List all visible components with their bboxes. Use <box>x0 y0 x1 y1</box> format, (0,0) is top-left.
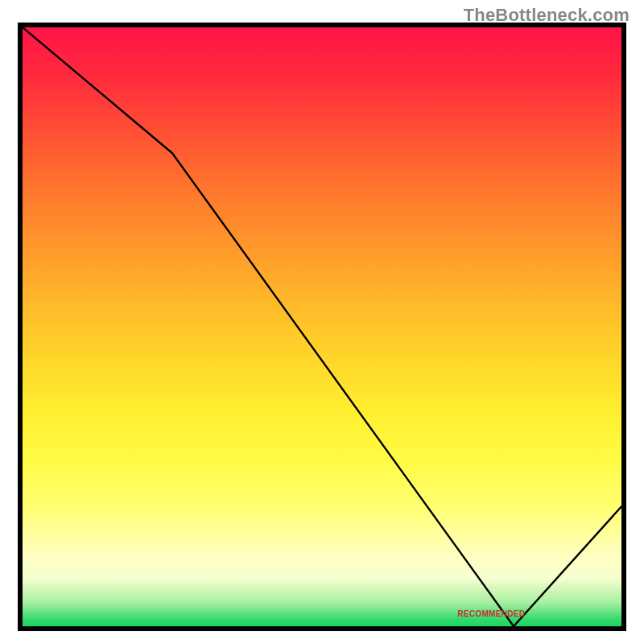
line-plot <box>23 27 621 626</box>
line-annotation: RECOMMENDED <box>457 609 525 618</box>
watermark-text: TheBottleneck.com <box>464 5 630 26</box>
bottleneck-curve-path <box>23 27 621 626</box>
chart-container: TheBottleneck.com RECOMMENDED <box>0 0 644 644</box>
plot-area: RECOMMENDED <box>18 23 626 631</box>
